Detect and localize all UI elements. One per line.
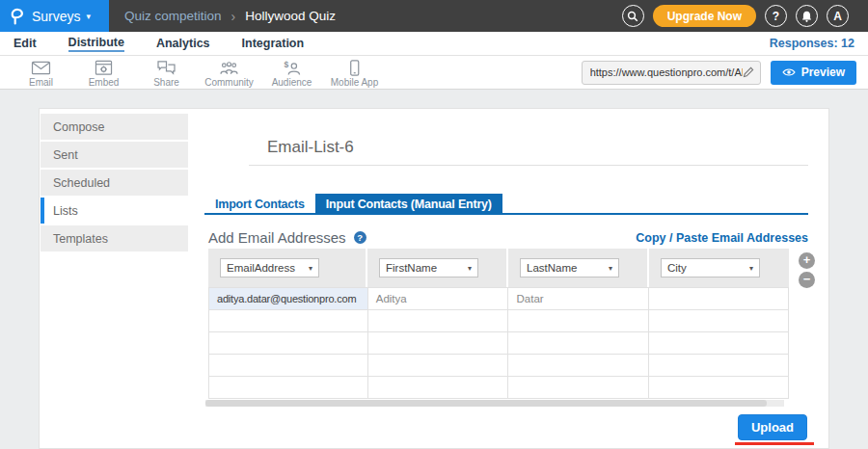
table-row: aditya.datar@questionpro.com Aditya Data… xyxy=(209,288,789,310)
horizontal-scrollbar[interactable] xyxy=(205,400,784,407)
channel-label: Embed xyxy=(89,77,120,88)
column-select-firstname[interactable]: FirstName ▾ xyxy=(379,258,478,277)
contact-grid: aditya.datar@questionpro.com Aditya Data… xyxy=(208,287,789,399)
cell-city[interactable] xyxy=(649,355,789,377)
scrollbar-thumb[interactable] xyxy=(205,400,767,407)
table-row xyxy=(209,310,789,332)
column-header: FirstName ▾ xyxy=(367,249,508,287)
channel-embed[interactable]: Embed xyxy=(72,60,135,88)
channel-label: Mobile App xyxy=(331,77,378,88)
column-select-emailaddress[interactable]: EmailAddress ▾ xyxy=(220,258,319,277)
cell-email[interactable] xyxy=(209,310,368,332)
tab-import-contacts[interactable]: Import Contacts xyxy=(204,194,315,213)
help-tooltip-icon[interactable]: ? xyxy=(354,231,366,244)
sidebar-item-scheduled[interactable]: Scheduled xyxy=(41,170,188,196)
channel-community[interactable]: Community xyxy=(198,60,260,88)
eye-icon xyxy=(782,67,796,77)
preview-button[interactable]: Preview xyxy=(771,61,856,85)
cell-email[interactable] xyxy=(209,332,368,355)
cell-email[interactable] xyxy=(209,377,368,399)
sidebar-item-templates[interactable]: Templates xyxy=(41,225,188,251)
notifications-button[interactable] xyxy=(796,5,818,27)
survey-link-group: https://www.questionpro.com/t/APNrFZ Pre… xyxy=(582,61,868,85)
cell-city[interactable] xyxy=(649,310,789,332)
nav-integration[interactable]: Integration xyxy=(242,37,305,50)
help-button[interactable]: ? xyxy=(765,5,787,27)
cell-lastname[interactable] xyxy=(508,310,649,332)
cell-firstname[interactable]: Aditya xyxy=(368,288,509,310)
avatar[interactable]: A xyxy=(827,5,849,27)
cell-lastname[interactable] xyxy=(508,332,649,355)
breadcrumb-separator-icon: › xyxy=(231,9,236,24)
selected-column: LastName xyxy=(527,262,577,274)
chevron-down-icon: ▾ xyxy=(309,264,312,273)
topbar-actions: Upgrade Now ? A xyxy=(613,5,868,27)
chevron-down-icon: ▾ xyxy=(87,12,92,21)
edit-pencil-icon[interactable] xyxy=(743,66,754,78)
product-name: Surveys xyxy=(32,9,81,24)
topbar: Surveys ▾ Quiz competition › Hollywood Q… xyxy=(0,0,868,32)
breadcrumb-folder[interactable]: Quiz competition xyxy=(124,9,222,23)
channel-email[interactable]: Email xyxy=(10,60,72,88)
list-title: Email-List-6 xyxy=(267,138,354,157)
channel-share[interactable]: Share xyxy=(135,60,198,88)
channel-label: Community xyxy=(204,77,254,88)
tutorial-highlight-line xyxy=(735,442,814,445)
add-column-button[interactable]: + xyxy=(799,252,815,269)
mobile-app-icon xyxy=(344,60,365,76)
channel-label: Share xyxy=(153,77,179,88)
selected-column: City xyxy=(667,262,687,274)
cell-lastname[interactable] xyxy=(508,355,649,377)
responses-count[interactable]: Responses: 12 xyxy=(770,37,854,50)
survey-url-field[interactable]: https://www.questionpro.com/t/APNrFZ xyxy=(582,61,761,85)
cell-firstname[interactable] xyxy=(368,377,509,399)
chevron-down-icon: ▾ xyxy=(749,264,753,273)
cell-firstname[interactable] xyxy=(368,332,509,355)
cell-lastname[interactable] xyxy=(508,377,649,399)
table-row xyxy=(209,355,789,377)
bell-icon xyxy=(801,11,812,22)
sidebar-item-compose[interactable]: Compose xyxy=(41,114,188,140)
cell-city[interactable] xyxy=(649,377,789,399)
tab-input-contacts-manual[interactable]: Input Contacts (Manual Entry) xyxy=(315,194,502,213)
questionpro-distribute-page: Surveys ▾ Quiz competition › Hollywood Q… xyxy=(0,0,868,449)
channel-label: Audience xyxy=(272,77,312,88)
question-mark-icon: ? xyxy=(773,10,779,23)
column-select-lastname[interactable]: LastName ▾ xyxy=(520,258,619,277)
column-header: EmailAddress ▾ xyxy=(208,249,367,287)
remove-column-button[interactable]: − xyxy=(799,272,815,288)
search-button[interactable] xyxy=(622,5,644,27)
svg-text:$: $ xyxy=(284,60,288,69)
section-title: Add Email Addresses xyxy=(208,229,346,246)
cell-city[interactable] xyxy=(649,288,789,310)
sidebar-item-sent[interactable]: Sent xyxy=(41,142,188,168)
channel-label: Email xyxy=(29,77,53,88)
chevron-down-icon: ▾ xyxy=(609,264,612,273)
cell-firstname[interactable] xyxy=(368,355,509,377)
cell-city[interactable] xyxy=(649,332,789,355)
column-select-city[interactable]: City ▾ xyxy=(661,258,760,277)
nav-edit[interactable]: Edit xyxy=(14,37,37,50)
product-switcher[interactable]: Surveys ▾ xyxy=(0,0,109,32)
chevron-down-icon: ▾ xyxy=(468,264,472,273)
cell-lastname[interactable]: Datar xyxy=(508,288,649,310)
upload-button[interactable]: Upload xyxy=(738,414,807,440)
preview-label: Preview xyxy=(801,66,845,79)
list-detail-panel: Email-List-6 Import Contacts Input Conta… xyxy=(204,109,808,448)
upgrade-button[interactable]: Upgrade Now xyxy=(653,5,756,27)
channel-mobile-app[interactable]: Mobile App xyxy=(323,60,386,88)
nav-distribute[interactable]: Distribute xyxy=(68,36,124,52)
channel-audience[interactable]: $ Audience xyxy=(260,60,323,88)
selected-column: FirstName xyxy=(386,262,437,274)
cell-email[interactable] xyxy=(209,355,368,377)
cell-email[interactable]: aditya.datar@questionpro.com xyxy=(209,288,368,310)
copy-paste-link[interactable]: Copy / Paste Email Addresses xyxy=(636,231,808,245)
questionpro-logo-icon xyxy=(11,7,25,25)
column-header: LastName ▾ xyxy=(508,249,649,287)
distribute-toolbar: Email Embed Share xyxy=(0,56,868,90)
survey-nav: Edit Distribute Analytics Integration Re… xyxy=(0,32,868,56)
sidebar-item-lists[interactable]: Lists xyxy=(41,198,188,224)
nav-analytics[interactable]: Analytics xyxy=(156,37,210,50)
channel-list: Email Embed Share xyxy=(10,58,386,88)
cell-firstname[interactable] xyxy=(368,310,509,332)
